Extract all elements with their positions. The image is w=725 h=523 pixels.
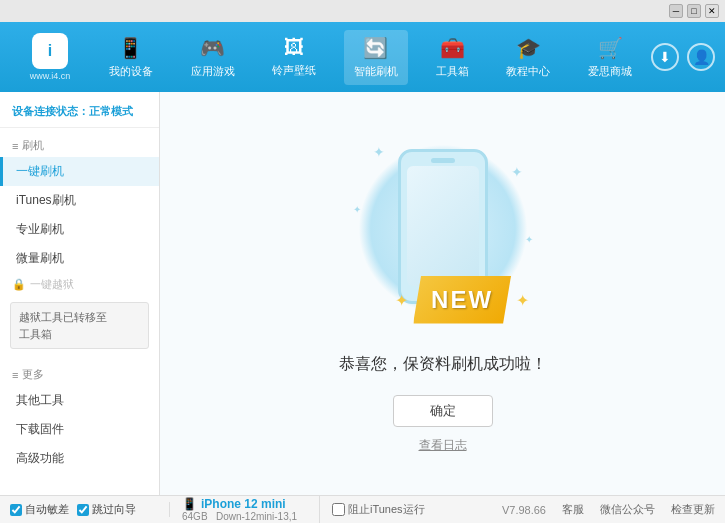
- locked-section: 🔒 一键越狱: [0, 273, 159, 296]
- sidebar-item-one-click-flash[interactable]: 一键刷机: [0, 157, 159, 186]
- view-log-link[interactable]: 查看日志: [419, 437, 467, 454]
- sidebar-item-pro-flash[interactable]: 专业刷机: [0, 215, 159, 244]
- bottombar: 自动敏差 跳过向导 📱 iPhone 12 mini 64GB Down-12m…: [0, 495, 725, 523]
- content-area: ✦ ✦ ✦ ✦ ✦ NEW ✦ 恭喜您，保资料刷机成功啦！ 确定 查看日志: [160, 92, 725, 495]
- flash-section-icon: ≡: [12, 140, 18, 152]
- maximize-button[interactable]: □: [687, 4, 701, 18]
- apps-games-icon: 🎮: [200, 36, 225, 60]
- device-phone-icon: 📱: [182, 497, 197, 511]
- section-more: ≡ 更多: [0, 363, 159, 386]
- skip-wizard-input[interactable]: [77, 504, 89, 516]
- nav-ringtones[interactable]: 🖼 铃声壁纸: [262, 30, 326, 84]
- block-itunes-label: 阻止iTunes运行: [348, 502, 425, 517]
- my-device-icon: 📱: [118, 36, 143, 60]
- ribbon-star-left: ✦: [395, 290, 408, 309]
- wechat-link[interactable]: 微信公众号: [600, 502, 655, 517]
- nav-tutorials[interactable]: 🎓 教程中心: [496, 30, 560, 85]
- nav-mall-label: 爱思商城: [588, 64, 632, 79]
- nav-my-device-label: 我的设备: [109, 64, 153, 79]
- bottom-right-info: V7.98.66 客服 微信公众号 检查更新: [502, 502, 715, 517]
- device-info-panel: 📱 iPhone 12 mini 64GB Down-12mini-13,1: [170, 495, 320, 523]
- mall-icon: 🛒: [598, 36, 623, 60]
- auto-flash-input[interactable]: [10, 504, 22, 516]
- minimize-button[interactable]: ─: [669, 4, 683, 18]
- nav-ringtones-label: 铃声壁纸: [272, 63, 316, 78]
- section-flash: ≡ 刷机: [0, 134, 159, 157]
- notice-text: 越狱工具已转移至工具箱: [19, 311, 107, 340]
- nav-my-device[interactable]: 📱 我的设备: [99, 30, 163, 85]
- nav-mall[interactable]: 🛒 爱思商城: [578, 30, 642, 85]
- flash-section-label: 刷机: [22, 138, 44, 153]
- block-itunes[interactable]: 阻止iTunes运行: [320, 502, 437, 517]
- sidebar-item-micro-flash[interactable]: 微量刷机: [0, 244, 159, 273]
- device-name: 📱 iPhone 12 mini: [182, 497, 307, 511]
- toolbox-icon: 🧰: [440, 36, 465, 60]
- sparkle-4: ✦: [525, 234, 533, 245]
- header-right: ⬇ 👤: [651, 43, 715, 71]
- skip-wizard-label: 跳过向导: [92, 502, 136, 517]
- bottom-checkboxes: 自动敏差 跳过向导: [10, 502, 170, 517]
- version-label: V7.98.66: [502, 504, 546, 516]
- success-illustration: ✦ ✦ ✦ ✦ ✦ NEW ✦: [343, 134, 543, 334]
- service-link[interactable]: 客服: [562, 502, 584, 517]
- more-section-label: 更多: [22, 367, 44, 382]
- update-link[interactable]: 检查更新: [671, 502, 715, 517]
- close-button[interactable]: ✕: [705, 4, 719, 18]
- nav-toolbox[interactable]: 🧰 工具箱: [426, 30, 479, 85]
- phone-screen: [407, 166, 479, 286]
- confirm-button[interactable]: 确定: [393, 395, 493, 427]
- sidebar: 设备连接状态：正常模式 ≡ 刷机 一键刷机 iTunes刷机 专业刷机 微量刷机…: [0, 92, 160, 495]
- sidebar-item-download-firmware[interactable]: 下载固件: [0, 415, 159, 444]
- phone-notch: [431, 158, 455, 163]
- ribbon-inner: NEW: [413, 276, 511, 324]
- auto-flash-label: 自动敏差: [25, 502, 69, 517]
- sidebar-item-itunes-flash[interactable]: iTunes刷机: [0, 186, 159, 215]
- new-ribbon: ✦ NEW ✦: [413, 276, 511, 324]
- header: i www.i4.cn 📱 我的设备 🎮 应用游戏 🖼 铃声壁纸 🔄 智能刷机 …: [0, 22, 725, 92]
- user-button[interactable]: 👤: [687, 43, 715, 71]
- smart-flash-icon: 🔄: [363, 36, 388, 60]
- logo-icon: i: [32, 33, 68, 69]
- jailbreak-notice: 越狱工具已转移至工具箱: [10, 302, 149, 349]
- connection-status: 设备连接状态：正常模式: [0, 100, 159, 128]
- logo: i www.i4.cn: [10, 33, 90, 81]
- nav-bar: 📱 我的设备 🎮 应用游戏 🖼 铃声壁纸 🔄 智能刷机 🧰 工具箱 🎓 教程中心…: [90, 30, 651, 85]
- sparkle-3: ✦: [353, 204, 361, 215]
- status-label: 设备连接状态：: [12, 105, 89, 117]
- ringtones-icon: 🖼: [284, 36, 304, 59]
- new-badge-text: NEW: [431, 286, 493, 313]
- sparkle-2: ✦: [511, 164, 523, 180]
- status-value: 正常模式: [89, 105, 133, 117]
- nav-tutorials-label: 教程中心: [506, 64, 550, 79]
- ribbon-star-right: ✦: [516, 290, 529, 309]
- titlebar: ─ □ ✕: [0, 0, 725, 22]
- nav-apps-games[interactable]: 🎮 应用游戏: [181, 30, 245, 85]
- sparkle-1: ✦: [373, 144, 385, 160]
- device-details: 64GB Down-12mini-13,1: [182, 511, 307, 522]
- sidebar-item-advanced[interactable]: 高级功能: [0, 444, 159, 473]
- success-message: 恭喜您，保资料刷机成功啦！: [339, 354, 547, 375]
- logo-text: www.i4.cn: [30, 71, 71, 81]
- download-button[interactable]: ⬇: [651, 43, 679, 71]
- more-section-icon: ≡: [12, 369, 18, 381]
- nav-apps-games-label: 应用游戏: [191, 64, 235, 79]
- tutorials-icon: 🎓: [516, 36, 541, 60]
- block-itunes-checkbox[interactable]: [332, 503, 345, 516]
- locked-label: 一键越狱: [30, 277, 74, 292]
- sidebar-item-other-tools[interactable]: 其他工具: [0, 386, 159, 415]
- lock-icon: 🔒: [12, 278, 26, 291]
- skip-wizard-checkbox[interactable]: 跳过向导: [77, 502, 136, 517]
- nav-smart-flash-label: 智能刷机: [354, 64, 398, 79]
- auto-flash-checkbox[interactable]: 自动敏差: [10, 502, 69, 517]
- main-container: 设备连接状态：正常模式 ≡ 刷机 一键刷机 iTunes刷机 专业刷机 微量刷机…: [0, 92, 725, 495]
- nav-smart-flash[interactable]: 🔄 智能刷机: [344, 30, 408, 85]
- nav-toolbox-label: 工具箱: [436, 64, 469, 79]
